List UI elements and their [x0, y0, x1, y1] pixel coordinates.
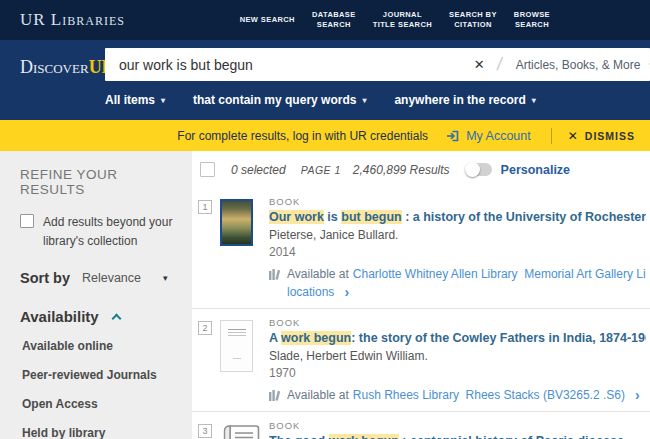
- scope-label: Articles, Books, & More: [516, 58, 641, 72]
- facet-available-online[interactable]: Available online: [22, 336, 182, 354]
- book-cover-thumbnail[interactable]: [220, 420, 269, 439]
- expand-results-checkbox[interactable]: [20, 214, 34, 228]
- facet-availability-header[interactable]: Availability: [20, 308, 182, 325]
- holdings-icon: [269, 390, 281, 401]
- availability-prefix: Available at: [287, 388, 349, 402]
- result-title-link[interactable]: A work begun: the story of the Cowley Fa…: [269, 331, 646, 345]
- book-cover-thumbnail[interactable]: [220, 196, 269, 299]
- title-segment: is: [324, 210, 341, 224]
- results-panel: 0 selected PAGE 1 2,460,899 Results Pers…: [192, 151, 650, 439]
- result-item-1[interactable]: 1 BOOK Our work is but begun : a history…: [192, 188, 650, 308]
- book-cover-thumbnail[interactable]: [220, 317, 269, 402]
- chevron-down-icon: ▾: [532, 96, 536, 105]
- nav-label: NEW SEARCH: [240, 15, 295, 25]
- my-account-button[interactable]: My Account: [446, 129, 531, 143]
- availability-line: Available at Rush Rhees Library Rhees St…: [269, 388, 646, 402]
- result-author: Pieterse, Janice Bullard.: [269, 228, 646, 242]
- logo-discover-text: Discover: [20, 57, 89, 77]
- nav-label: CITATION: [454, 20, 492, 30]
- nav-label: SEARCH: [317, 20, 351, 30]
- cover-mark: [233, 358, 241, 359]
- result-item-2[interactable]: 2 BOOK A work begun: the story of the Co…: [192, 308, 650, 411]
- select-all-checkbox[interactable]: [200, 162, 215, 177]
- login-banner: For complete results, log in with UR cre…: [0, 120, 650, 151]
- result-info: BOOK The good work begun : centennial hi…: [269, 420, 650, 439]
- title-segment: Our work: [269, 210, 324, 224]
- title-segment: work begun: [329, 434, 399, 439]
- result-info: BOOK A work begun: the story of the Cowl…: [269, 317, 650, 402]
- expand-results-option[interactable]: Add results beyond your library's collec…: [20, 213, 182, 250]
- chevron-down-icon: ▾: [362, 96, 366, 105]
- chevron-right-icon[interactable]: ›: [344, 287, 349, 297]
- result-index-badge: 3: [198, 424, 212, 438]
- chevron-down-icon[interactable]: ▾: [163, 273, 168, 283]
- availability-line: Available at Charlotte Whitney Allen Lib…: [269, 267, 646, 281]
- facet-peer-reviewed[interactable]: Peer-reviewed Journals: [22, 365, 182, 383]
- title-segment: : the story of the Cowley Fathers in Ind…: [351, 331, 646, 345]
- nav-new-search[interactable]: NEW SEARCH: [240, 0, 295, 40]
- title-segment: work begun: [281, 331, 351, 345]
- filter-all-items[interactable]: All items ▾: [105, 93, 165, 107]
- top-bar: UR Libraries NEW SEARCH DATABASE SEARCH …: [0, 0, 650, 40]
- toggle-knob: [465, 162, 480, 177]
- search-box: our work is but begun ✕ / Articles, Book…: [105, 48, 650, 81]
- filter-anywhere[interactable]: anywhere in the record ▾: [394, 93, 535, 107]
- availability-facet-list: Available online Peer-reviewed Journals …: [20, 336, 182, 439]
- dismiss-button[interactable]: ✕ DISMISS: [568, 129, 635, 143]
- chevron-right-icon[interactable]: ›: [635, 390, 640, 400]
- result-title-link[interactable]: Our work is but begun : a history of the…: [269, 210, 646, 224]
- nav-label: SEARCH: [515, 20, 549, 30]
- nav-journal-title-search[interactable]: JOURNAL TITLE SEARCH: [373, 0, 432, 40]
- results-count: 2,460,899 Results: [353, 163, 450, 177]
- nav-browse-search[interactable]: BROWSE SEARCH: [514, 0, 550, 40]
- ur-libraries-logo[interactable]: UR Libraries: [20, 10, 125, 30]
- my-account-label: My Account: [466, 129, 531, 143]
- availability-location-link[interactable]: Rush Rhees Library Rhees Stacks (BV3265.…: [353, 388, 625, 402]
- nav-search-by-citation[interactable]: SEARCH BY CITATION: [449, 0, 497, 40]
- facet-open-access[interactable]: Open Access: [22, 394, 182, 412]
- facet-held-by-library[interactable]: Held by library: [22, 423, 182, 439]
- search-input[interactable]: our work is but begun: [105, 57, 464, 73]
- availability-prefix: Available at: [287, 267, 349, 281]
- availability-location-link[interactable]: Charlotte Whitney Allen Library Memorial…: [353, 267, 646, 281]
- result-index-badge: 2: [198, 321, 212, 335]
- personalize-toggle[interactable]: [466, 163, 492, 176]
- title-segment: A: [269, 331, 281, 345]
- holdings-icon: [269, 269, 281, 280]
- search-scope-dropdown[interactable]: Articles, Books, & More ▾: [504, 58, 650, 72]
- result-item-3[interactable]: 3 BOOK The good work begun : centennial …: [192, 411, 650, 439]
- sort-value-dropdown[interactable]: Relevance: [82, 271, 141, 285]
- facet-label: Open Access: [22, 397, 98, 411]
- sort-row: Sort by Relevance ▾: [20, 270, 182, 286]
- sort-by-label: Sort by: [20, 270, 70, 286]
- book-cover-image: [220, 199, 253, 246]
- nav-database-search[interactable]: DATABASE SEARCH: [312, 0, 356, 40]
- main-area: REFINE YOUR RESULTS Add results beyond y…: [0, 151, 650, 439]
- dismiss-label: DISMISS: [585, 130, 635, 142]
- chevron-up-icon: [111, 313, 121, 323]
- results-header: 0 selected PAGE 1 2,460,899 Results Pers…: [192, 151, 650, 188]
- close-icon: ✕: [568, 129, 578, 143]
- discover-ur-logo[interactable]: DiscoverUR: [20, 57, 115, 78]
- clear-search-icon[interactable]: ✕: [464, 57, 495, 72]
- login-message: For complete results, log in with UR cre…: [177, 129, 428, 143]
- title-segment: The good: [269, 434, 329, 439]
- nav-label: BROWSE: [514, 10, 550, 20]
- title-segment: but begun: [341, 210, 401, 224]
- resource-type-label: BOOK: [269, 317, 646, 328]
- book-cover-image: [220, 320, 253, 372]
- search-band: DiscoverUR our work is but begun ✕ / Art…: [0, 40, 650, 120]
- banner-divider: [551, 128, 552, 144]
- nav-label: SEARCH BY: [449, 10, 497, 20]
- refine-sidebar: REFINE YOUR RESULTS Add results beyond y…: [0, 151, 192, 439]
- availability-location-link[interactable]: locations: [287, 285, 334, 299]
- title-segment: : a history of the University of Rochest…: [402, 210, 646, 224]
- filter-query-words[interactable]: that contain my query words ▾: [193, 93, 366, 107]
- resource-type-label: BOOK: [269, 420, 646, 431]
- nav-label: TITLE SEARCH: [373, 20, 432, 30]
- personalize-label[interactable]: Personalize: [501, 163, 570, 177]
- page-indicator: PAGE 1: [301, 164, 341, 176]
- facet-label: Available online: [22, 339, 113, 353]
- result-title-link[interactable]: The good work begun : centennial history…: [269, 434, 646, 439]
- filter-label: All items: [105, 93, 155, 107]
